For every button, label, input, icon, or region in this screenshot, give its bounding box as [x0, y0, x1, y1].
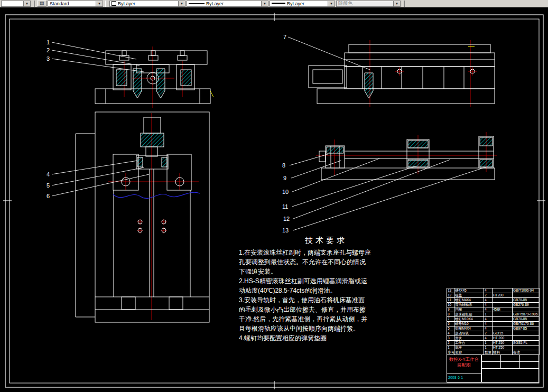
toolbar-separator — [105, 1, 107, 7]
date-label: 2008-6-1 — [447, 374, 481, 382]
table-row: 2工作台1HT 250SGS5-FL — [447, 341, 540, 346]
table-row: 8滚珠丝杠副1GB/T5879-1986 — [447, 312, 540, 317]
table-row: 4滚动导轨2GCr15 — [447, 331, 540, 336]
balloon-8: 8 — [282, 162, 285, 169]
plotstyle-value: 随颜色 — [337, 1, 393, 6]
color-value: ByLayer — [118, 1, 135, 6]
style-icon: ▤ — [40, 1, 44, 6]
layer-combo-field[interactable] — [2, 1, 23, 6]
view-front-section — [95, 46, 213, 108]
toolbar-separator — [403, 1, 405, 7]
cad-window: ▼ ▤ Standard ▼ ByLayer ▼ ByLayer ▼ — [0, 0, 548, 392]
balloon-3: 3 — [47, 55, 50, 62]
balloon-6: 6 — [47, 193, 50, 199]
table-row: 3滑块4HT 200 — [447, 336, 540, 341]
balloon-10: 10 — [282, 189, 289, 195]
chevron-down-icon[interactable]: ▼ — [328, 1, 335, 6]
linetype-preview-icon — [189, 3, 205, 4]
layer-combo[interactable]: ▼ — [1, 1, 31, 7]
toolbar: ▼ ▤ Standard ▼ ByLayer ▼ ByLayer ▼ — [0, 0, 548, 7]
balloon-7: 7 — [283, 34, 286, 40]
balloon-9: 9 — [283, 175, 286, 181]
table-row: 9挡圈445钢 — [447, 307, 540, 312]
chevron-down-icon[interactable]: ▼ — [261, 1, 268, 6]
technical-requirements: 技术要求 1.在安装滚珠丝杠副时，两端支承座孔与螺母座 孔要调整到最佳状态。不允… — [239, 236, 413, 343]
balloon-13: 13 — [282, 227, 289, 234]
balloon-4: 4 — [47, 171, 50, 178]
technical-requirements-body: 1.在安装滚珠丝杠副时，两端支承座孔与螺母座 孔要调整到最佳状态。不允许在不同心… — [239, 248, 413, 343]
text-style-combo[interactable]: Standard ▼ — [48, 1, 103, 7]
table-row: 10深沟球轴承4GB276-89 — [447, 303, 540, 307]
chevron-down-icon[interactable]: ▼ — [178, 1, 185, 6]
linetype-value: ByLayer — [206, 1, 224, 6]
view-plan — [76, 112, 209, 322]
chevron-down-icon[interactable]: ▼ — [96, 1, 103, 6]
title-block-grid — [481, 355, 538, 382]
balloon-5: 5 — [47, 182, 50, 189]
balloon-11: 11 — [282, 203, 288, 210]
leader-lines — [52, 37, 486, 230]
balloon-1: 1 — [47, 39, 50, 45]
table-row: 5垫圈M4X44GB97-85 — [447, 326, 540, 331]
view-side — [309, 40, 495, 107]
break-line — [113, 192, 200, 198]
table-row: 12端盖2HT200 — [447, 293, 540, 298]
table-row: 1底座1HT 250 — [447, 346, 540, 350]
chevron-down-icon[interactable]: ▼ — [23, 1, 30, 6]
toolbar-separator — [33, 1, 35, 7]
balloon-12: 12 — [283, 216, 290, 222]
title-block: 13键4X454GB/T1096-94 12端盖2HT200 11螺钉M4X44… — [447, 288, 539, 382]
plotstyle-combo: 随颜色 ▼ — [336, 1, 401, 7]
text-style-value[interactable]: Standard — [48, 1, 96, 6]
table-row: 6螺母M104GB/T6170-86 — [447, 322, 540, 326]
style-manager-button[interactable]: ▤ — [37, 1, 47, 7]
lineweight-preview-icon — [272, 3, 285, 4]
color-combo[interactable]: ByLayer ▼ — [109, 1, 185, 7]
drawing-title: 数控X-Y工作台 装配图 — [447, 355, 481, 374]
lineweight-combo[interactable]: ByLayer ▼ — [270, 1, 335, 7]
lineweight-value: ByLayer — [287, 1, 304, 6]
title-block-lower: 数控X-Y工作台 装配图 2008-6-1 — [447, 355, 539, 382]
table-row: 13键4X454GB/T1096-94 — [447, 288, 540, 293]
technical-requirements-title: 技术要求 — [239, 236, 413, 246]
table-row: 7螺钉M10X44GB70-85 — [447, 317, 540, 322]
parts-list: 13键4X454GB/T1096-94 12端盖2HT200 11螺钉M4X44… — [447, 288, 540, 355]
chevron-down-icon: ▼ — [393, 1, 400, 6]
balloon-2: 2 — [47, 47, 50, 53]
parts-header-row: 序号名称数量材料备注 — [447, 350, 540, 355]
linetype-combo[interactable]: ByLayer ▼ — [187, 1, 268, 7]
drawing-canvas[interactable]: 1 2 3 4 5 6 7 8 9 10 11 12 13 技术要求 1.在安装… — [0, 7, 548, 392]
color-swatch — [112, 1, 116, 6]
table-row: 11螺钉M4X44GB70-85 — [447, 298, 540, 303]
